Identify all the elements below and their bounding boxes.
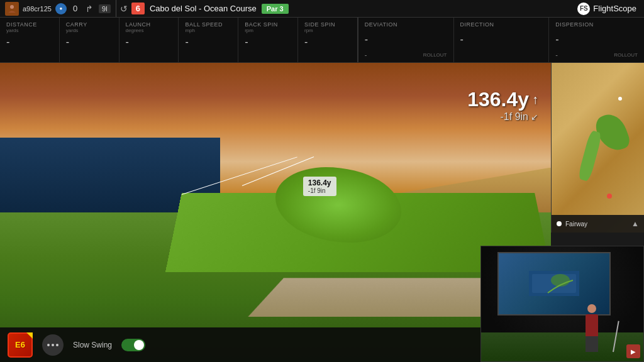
deviation-rollout-value: -	[365, 51, 367, 58]
dispersion-value: -	[555, 34, 638, 45]
map-pin-marker	[618, 97, 622, 101]
camera-scene: ▶	[481, 246, 643, 361]
dispersion-label: DISPERSION	[555, 21, 638, 28]
svg-point-1	[10, 5, 14, 9]
launch-unit: degrees	[126, 28, 172, 33]
map-background	[552, 63, 644, 233]
direction-label: DIRECTION	[460, 21, 543, 28]
deviation-value: -	[365, 34, 447, 45]
dispersion-rollout-value: -	[555, 51, 558, 58]
launch-sub	[126, 51, 172, 58]
distance-sub	[6, 51, 53, 58]
stats-bar: DISTANCE yards - CARRY yards - LAUNCH de…	[0, 18, 644, 63]
map-expand-button[interactable]: ▲	[631, 219, 639, 228]
golfer-figure	[586, 304, 598, 352]
carry-sub	[66, 51, 113, 58]
distance-label: DISTANCE	[6, 21, 53, 28]
golfer-head	[587, 304, 596, 313]
golfer-torso	[586, 314, 598, 336]
flightscope-icon: FS	[577, 3, 590, 15]
stat-side-spin: SIDE SPIN rpm -	[298, 18, 357, 62]
callout-distance: 136.4y	[308, 178, 331, 187]
e6-logo: E6	[8, 332, 33, 358]
toggle-thumb	[134, 340, 144, 350]
svg-marker-5	[26, 332, 33, 339]
launch-label: LAUNCH	[126, 21, 172, 28]
map-bottom-bar: Fairway ▲	[552, 215, 644, 233]
map-container: Fairway ▲	[552, 63, 644, 233]
hole-number: 6	[131, 3, 145, 14]
back-spin-value: -	[245, 36, 291, 48]
dispersion-rollout-label: ROLLOUT	[614, 52, 638, 58]
distance-callout: 136.4y -1f 9in	[303, 177, 336, 196]
dot-1	[47, 344, 50, 346]
carry-unit: yards	[66, 28, 113, 33]
side-spin-sub	[304, 51, 351, 58]
launch-value: -	[126, 36, 172, 48]
par-badge: Par 3	[262, 4, 289, 14]
hud-distance-main: 136.4y ↑	[467, 88, 538, 111]
camera-play-button[interactable]: ▶	[626, 344, 640, 358]
ball-speed-value: -	[185, 36, 231, 48]
hud-distance-overlay: 136.4y ↑ -1f 9in ↙	[467, 88, 538, 123]
hud-down-arrow-icon: ↙	[531, 112, 538, 122]
slow-swing-toggle[interactable]	[121, 339, 145, 351]
ball-speed-sub	[185, 51, 231, 58]
course-name: Cabo del Sol - Ocean Course	[145, 4, 262, 13]
slow-swing-label: Slow Swing	[73, 341, 112, 349]
map-fairway	[577, 130, 602, 182]
side-spin-label: SIDE SPIN	[304, 21, 351, 28]
direction-value: -	[460, 34, 543, 45]
stat-back-spin: BACK SPIN rpm -	[238, 18, 298, 62]
side-spin-value: -	[304, 36, 351, 48]
user-section: a98cr125 ● 0 ↱ 9l	[0, 0, 116, 17]
hud-distance-sub-value: -1f 9in	[501, 111, 528, 123]
stat-dispersion: DISPERSION - - ROLLOUT	[549, 18, 644, 62]
deviation-label: DEVIATION	[365, 21, 447, 28]
carry-value: -	[66, 36, 113, 48]
brand-name: FlightScope	[593, 4, 636, 13]
shot-direction-icon: ↱	[84, 3, 95, 14]
dot-3	[56, 344, 58, 346]
map-location-dot	[557, 221, 562, 226]
stat-launch: LAUNCH degrees -	[119, 18, 179, 62]
stat-direction: DIRECTION -	[454, 18, 550, 62]
map-location-label: Fairway	[565, 221, 587, 228]
side-spin-unit: rpm	[304, 28, 351, 33]
flightscope-logo: FS FlightScope	[570, 3, 644, 15]
score-value: 0	[70, 4, 80, 13]
map-dot-red	[607, 194, 612, 199]
stats-left-group: DISTANCE yards - CARRY yards - LAUNCH de…	[0, 18, 357, 62]
hud-up-arrow-icon: ↑	[532, 92, 538, 107]
user-avatar	[5, 2, 19, 16]
stat-ball-speed: BALL SPEED mph -	[179, 18, 238, 62]
stats-right-group: DEVIATION - - ROLLOUT DIRECTION - DISPER…	[357, 18, 644, 62]
bottom-bar: E6 Slow Swing	[0, 327, 480, 362]
carry-label: CARRY	[66, 21, 113, 28]
camera-feed: ▶	[480, 246, 644, 362]
game-area: 136.4y -1f 9in 136.4y ↑ -1f 9in ↙	[0, 63, 551, 362]
stat-carry: CARRY yards -	[60, 18, 119, 62]
golfer-legs	[586, 336, 598, 352]
stat-deviation: DEVIATION - - ROLLOUT	[358, 18, 454, 62]
dots-menu-button[interactable]	[42, 334, 64, 356]
toggle-track[interactable]	[121, 339, 145, 351]
shot-number-label: 9l	[99, 4, 111, 13]
direction-sub	[460, 51, 543, 58]
camera-floor-mat	[481, 332, 643, 361]
dot-2	[52, 344, 54, 346]
ball-speed-label: BALL SPEED	[185, 21, 231, 28]
back-spin-label: BACK SPIN	[245, 21, 291, 28]
timer-icon[interactable]: ↺	[116, 4, 131, 14]
minimap-panel: Fairway ▲	[551, 63, 644, 233]
info-icon[interactable]: ●	[55, 3, 67, 14]
hud-distance-sub: -1f 9in ↙	[467, 111, 538, 123]
ball-speed-unit: mph	[185, 28, 231, 33]
top-bar: a98cr125 ● 0 ↱ 9l ↺ 6 Cabo del Sol - Oce…	[0, 0, 644, 18]
hud-distance-value: 136.4y	[467, 88, 529, 111]
stat-distance: DISTANCE yards -	[0, 18, 60, 62]
username-label: a98cr125	[23, 5, 52, 13]
back-spin-unit: rpm	[245, 28, 291, 33]
deviation-rollout-label: ROLLOUT	[423, 52, 447, 58]
distance-unit: yards	[6, 28, 53, 33]
